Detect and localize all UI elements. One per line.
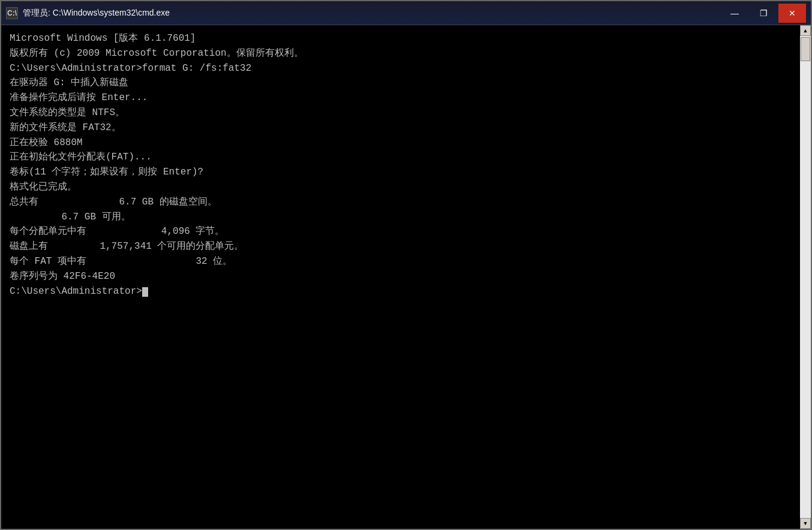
- terminal-output[interactable]: Microsoft Windows [版本 6.1.7601]版权所有 (c) …: [1, 25, 800, 529]
- cmd-window: C:\ 管理员: C:\Windows\system32\cmd.exe — ❐…: [0, 0, 812, 530]
- content-area: Microsoft Windows [版本 6.1.7601]版权所有 (c) …: [1, 25, 811, 529]
- terminal-line: 磁盘上有 1,757,341 个可用的分配单元。: [10, 239, 792, 254]
- title-bar: C:\ 管理员: C:\Windows\system32\cmd.exe — ❐…: [1, 1, 811, 25]
- scrollbar[interactable]: ▲ ▼: [800, 25, 811, 529]
- terminal-line: 总共有 6.7 GB 的磁盘空间。: [10, 195, 792, 210]
- terminal-line: 卷序列号为 42F6-4E20: [10, 269, 792, 284]
- terminal-line: 6.7 GB 可用。: [10, 210, 792, 225]
- window-icon: C:\: [6, 7, 18, 19]
- terminal-line: 文件系统的类型是 NTFS。: [10, 106, 792, 121]
- terminal-line: 版权所有 (c) 2009 Microsoft Corporation。保留所有…: [10, 46, 792, 61]
- window-title: 管理员: C:\Windows\system32\cmd.exe: [23, 8, 721, 19]
- terminal-line: 卷标(11 个字符；如果设有，则按 Enter)?: [10, 165, 792, 180]
- terminal-line: 每个 FAT 项中有 32 位。: [10, 254, 792, 269]
- minimize-button[interactable]: —: [721, 4, 748, 23]
- terminal-line: 在驱动器 G: 中插入新磁盘: [10, 76, 792, 91]
- terminal-line: Microsoft Windows [版本 6.1.7601]: [10, 31, 792, 46]
- terminal-line: 正在初始化文件分配表(FAT)...: [10, 150, 792, 165]
- maximize-button[interactable]: ❐: [750, 4, 777, 23]
- scroll-up-button[interactable]: ▲: [800, 25, 811, 36]
- window-controls: — ❐ ✕: [721, 4, 806, 23]
- close-button[interactable]: ✕: [778, 4, 806, 23]
- terminal-cursor: [142, 287, 148, 297]
- scroll-thumb[interactable]: [801, 37, 810, 61]
- terminal-line: 准备操作完成后请按 Enter...: [10, 91, 792, 106]
- terminal-line: 格式化已完成。: [10, 180, 792, 195]
- terminal-line: 正在校验 6880M: [10, 135, 792, 150]
- scroll-down-button[interactable]: ▼: [800, 518, 811, 529]
- terminal-line: C:\Users\Administrator>format G: /fs:fat…: [10, 61, 792, 76]
- scroll-track[interactable]: [800, 36, 811, 518]
- terminal-line: 新的文件系统是 FAT32。: [10, 121, 792, 135]
- terminal-line: C:\Users\Administrator>: [10, 284, 792, 299]
- terminal-line: 每个分配单元中有 4,096 字节。: [10, 224, 792, 239]
